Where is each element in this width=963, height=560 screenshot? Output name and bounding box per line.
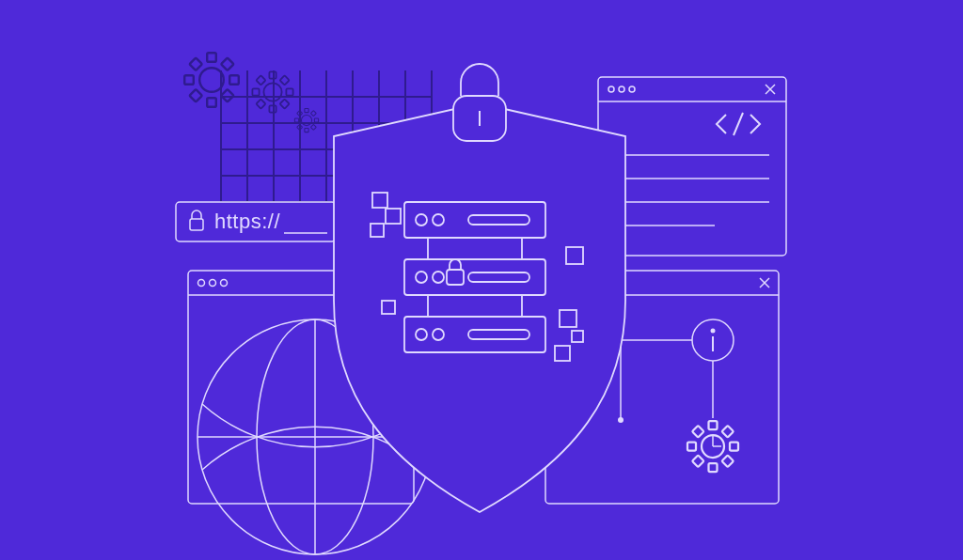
padlock-icon <box>453 64 506 141</box>
svg-rect-80 <box>386 209 401 224</box>
security-illustration: https:// <box>0 0 963 560</box>
info-icon <box>692 319 734 361</box>
gear-icon <box>687 421 738 472</box>
svg-rect-70 <box>447 270 464 285</box>
svg-rect-62 <box>404 202 545 238</box>
svg-rect-66 <box>404 259 545 295</box>
svg-rect-85 <box>555 346 570 361</box>
gear-icon-large <box>184 53 239 107</box>
address-bar-protocol: https:// <box>214 210 280 234</box>
svg-point-52 <box>711 329 716 334</box>
svg-rect-83 <box>382 301 395 314</box>
svg-rect-71 <box>404 317 545 352</box>
svg-rect-86 <box>572 331 583 342</box>
svg-rect-79 <box>372 193 387 208</box>
svg-rect-35 <box>598 77 786 256</box>
illustration-svg <box>0 0 963 560</box>
code-window <box>598 77 786 256</box>
svg-rect-84 <box>560 310 576 327</box>
svg-rect-82 <box>566 247 583 264</box>
svg-rect-81 <box>371 224 384 237</box>
svg-point-57 <box>618 417 624 423</box>
gear-icon-small <box>294 108 318 132</box>
